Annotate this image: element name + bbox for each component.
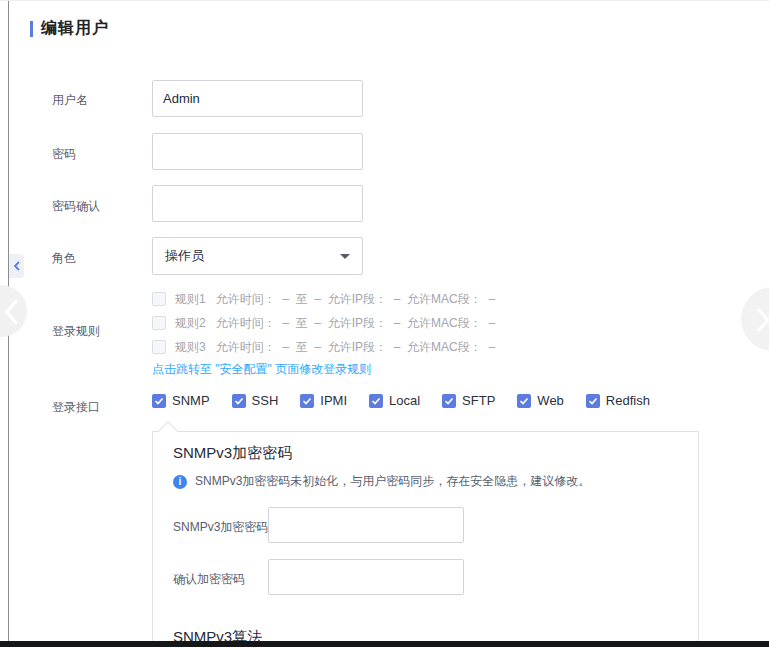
chevron-left-icon (13, 261, 21, 271)
snmpv3-password-confirm-input[interactable] (268, 559, 464, 595)
password-confirm-label: 密码确认 (52, 198, 100, 215)
interface-option-label: SNMP (172, 393, 210, 408)
interface-option-label: Web (537, 393, 564, 408)
checkbox-checked-icon (442, 394, 456, 408)
interface-option-label: SFTP (462, 393, 495, 408)
role-label: 角色 (52, 250, 76, 267)
interface-option-label: IPMI (320, 393, 347, 408)
login-interfaces-label: 登录接口 (52, 399, 100, 416)
sidebar-collapse-toggle[interactable] (9, 254, 24, 278)
rule-name: 规则2 (175, 315, 206, 332)
rule-name: 规则1 (175, 291, 206, 308)
login-rules-list: 规则1 允许时间： – 至 – 允许IP段： – 允许MAC段： – 规则2 允… (152, 287, 495, 359)
snmpv3-info-row: i SNMPv3加密密码未初始化，与用户密码同步，存在安全隐患，建议修改。 (173, 473, 590, 490)
rule1-checkbox (152, 292, 166, 306)
checkbox-checked-icon (152, 394, 166, 408)
bottom-window-edge (0, 641, 769, 647)
title-accent-bar (30, 21, 33, 37)
checkbox-checked-icon (369, 394, 383, 408)
login-rule-row: 规则3 允许时间： – 至 – 允许IP段： – 允许MAC段： – (152, 335, 495, 359)
snmpv3-panel: SNMPv3加密密码 i SNMPv3加密密码未初始化，与用户密码同步，存在安全… (152, 431, 699, 647)
login-rule-row: 规则1 允许时间： – 至 – 允许IP段： – 允许MAC段： – (152, 287, 495, 311)
login-interfaces-group: SNMP SSH IPMI Local SFTP Web Redfish (152, 393, 650, 408)
chevron-right-icon (756, 307, 769, 333)
role-select-value: 操作员 (165, 247, 204, 265)
snmpv3-password-confirm-label: 确认加密密码 (173, 571, 245, 588)
username-input[interactable] (152, 80, 363, 117)
interface-option-ssh[interactable]: SSH (232, 393, 279, 408)
checkbox-checked-icon (232, 394, 246, 408)
snmpv3-panel-title: SNMPv3加密密码 (173, 444, 292, 463)
rule-detail: 允许时间： – 至 – 允许IP段： – 允许MAC段： – (216, 291, 495, 308)
checkbox-checked-icon (517, 394, 531, 408)
username-label: 用户名 (52, 92, 88, 109)
interface-option-label: SSH (252, 393, 279, 408)
checkbox-checked-icon (586, 394, 600, 408)
interface-option-label: Redfish (606, 393, 650, 408)
rule-detail: 允许时间： – 至 – 允许IP段： – 允许MAC段： – (216, 339, 495, 356)
edit-user-page: 编辑用户 用户名 密码 密码确认 角色 操作员 登录规则 规则1 允许时间： –… (0, 0, 769, 647)
password-label: 密码 (52, 146, 76, 163)
checkbox-checked-icon (300, 394, 314, 408)
interface-option-redfish[interactable]: Redfish (586, 393, 650, 408)
chevron-down-icon (340, 254, 350, 259)
role-select[interactable]: 操作员 (152, 237, 363, 275)
interface-option-web[interactable]: Web (517, 393, 564, 408)
chevron-left-icon (5, 298, 19, 326)
snmpv3-password-label: SNMPv3加密密码 (173, 519, 268, 536)
info-icon: i (173, 475, 187, 489)
interface-option-label: Local (389, 393, 420, 408)
rule-detail: 允许时间： – 至 – 允许IP段： – 允许MAC段： – (216, 315, 495, 332)
login-rule-row: 规则2 允许时间： – 至 – 允许IP段： – 允许MAC段： – (152, 311, 495, 335)
page-title: 编辑用户 (30, 18, 109, 39)
interface-option-ipmi[interactable]: IPMI (300, 393, 347, 408)
snmpv3-password-input[interactable] (268, 507, 464, 543)
login-rules-label: 登录规则 (52, 323, 100, 340)
rule3-checkbox (152, 340, 166, 354)
interface-option-local[interactable]: Local (369, 393, 420, 408)
interface-option-snmp[interactable]: SNMP (152, 393, 210, 408)
security-config-link[interactable]: 点击跳转至 "安全配置" 页面修改登录规则 (152, 361, 371, 378)
rule-name: 规则3 (175, 339, 206, 356)
rule2-checkbox (152, 316, 166, 330)
password-confirm-input[interactable] (152, 185, 363, 222)
snmpv3-info-text: SNMPv3加密密码未初始化，与用户密码同步，存在安全隐患，建议修改。 (195, 473, 590, 490)
interface-option-sftp[interactable]: SFTP (442, 393, 495, 408)
page-title-text: 编辑用户 (41, 18, 109, 39)
password-input[interactable] (152, 133, 363, 170)
